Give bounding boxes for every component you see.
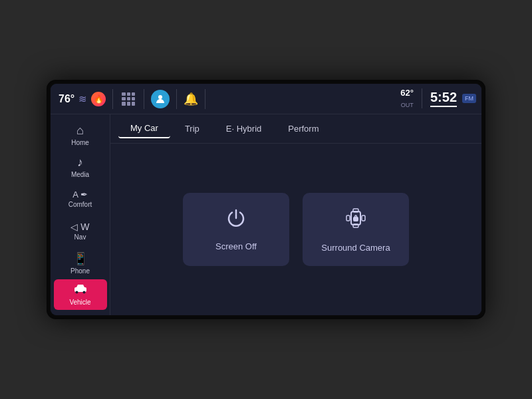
sidebar-item-nav[interactable]: ◁ W Nav: [54, 215, 107, 246]
screen-off-button[interactable]: Screen Off: [183, 193, 289, 266]
screen-bezel: 76° ≋ 🔥: [47, 80, 485, 319]
home-icon: ⌂: [76, 124, 84, 138]
divider-3: [176, 89, 177, 109]
radio-badge: FM: [462, 94, 476, 103]
clock-display: 5:52: [430, 90, 457, 107]
media-label: Media: [71, 171, 89, 178]
svg-rect-8: [362, 215, 365, 221]
home-label: Home: [71, 139, 89, 146]
comfort-icon: A ✒: [72, 190, 88, 200]
vehicle-icon: [73, 283, 88, 297]
power-icon: [225, 207, 247, 233]
sidebar-item-comfort[interactable]: A ✒ Comfort: [54, 184, 107, 214]
svg-point-3: [82, 291, 85, 294]
sidebar: ⌂ Home ♪ Media A ✒ Comfort ◁ W Nav 📱: [51, 114, 110, 315]
comfort-label: Comfort: [68, 201, 92, 208]
sidebar-item-phone[interactable]: 📱 Phone: [54, 247, 107, 278]
svg-point-0: [158, 95, 162, 99]
divider-5: [422, 88, 422, 108]
svg-rect-5: [353, 209, 358, 212]
outdoor-temp-display: 62° OUT: [400, 88, 414, 110]
bell-icon[interactable]: 🔔: [184, 92, 198, 106]
phone-label: Phone: [70, 267, 90, 275]
sidebar-item-media[interactable]: ♪ Media: [54, 152, 107, 182]
phone-icon: 📱: [73, 251, 88, 266]
svg-point-2: [75, 291, 78, 294]
surround-camera-icon: [344, 206, 368, 235]
divider-2: [144, 89, 144, 109]
profile-icon[interactable]: [151, 90, 170, 108]
buttons-area: Screen Off: [110, 144, 481, 315]
screen-off-label: Screen Off: [215, 241, 257, 251]
seat-heat-icon: ≋: [78, 93, 87, 105]
temperature-display: 76°: [59, 93, 74, 105]
vehicle-label: Vehicle: [69, 299, 90, 306]
surround-camera-label: Surround Camera: [321, 243, 390, 253]
nav-label: Nav: [74, 233, 86, 241]
outdoor-temp-label: OUT: [401, 102, 414, 108]
status-right: 62° OUT 5:52 FM: [400, 88, 476, 110]
nav-icon: ◁ W: [70, 221, 89, 232]
svg-rect-7: [346, 215, 350, 221]
tab-e-hybrid[interactable]: E· Hybrid: [214, 120, 273, 138]
media-icon: ♪: [77, 156, 83, 170]
content-area: My Car Trip E· Hybrid Perform: [110, 114, 481, 315]
tab-my-car[interactable]: My Car: [118, 119, 170, 138]
surround-camera-button[interactable]: Surround Camera: [303, 193, 409, 266]
tab-perform[interactable]: Perform: [276, 120, 331, 138]
svg-rect-6: [353, 224, 358, 227]
divider-1: [112, 89, 113, 109]
sidebar-item-home[interactable]: ⌂ Home: [54, 120, 107, 150]
main-area: ⌂ Home ♪ Media A ✒ Comfort ◁ W Nav 📱: [51, 114, 481, 315]
status-bar: 76° ≋ 🔥: [51, 84, 481, 114]
tab-trip[interactable]: Trip: [173, 120, 211, 138]
screen-inner: 76° ≋ 🔥: [51, 84, 481, 315]
divider-4: [205, 89, 205, 109]
outdoor-temp-value: 62°: [400, 88, 414, 98]
sidebar-item-vehicle[interactable]: Vehicle: [54, 279, 107, 310]
tabs-bar: My Car Trip E· Hybrid Perform: [110, 114, 481, 144]
svg-rect-9: [354, 217, 358, 221]
grid-menu-icon[interactable]: [120, 90, 137, 108]
seat-heat-icons: ≋ 🔥: [78, 92, 106, 106]
fire-icon: 🔥: [91, 92, 106, 106]
